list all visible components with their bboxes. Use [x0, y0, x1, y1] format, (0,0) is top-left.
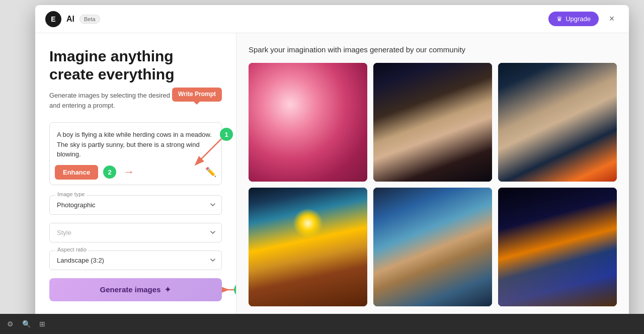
upgrade-button[interactable]: ♛ Upgrade — [548, 12, 599, 26]
gallery-item[interactable] — [249, 188, 367, 306]
step-3-indicator: 3 — [234, 283, 236, 296]
step-1-indicator: 1 — [220, 128, 233, 141]
write-prompt-tooltip: Write Prompt — [172, 88, 222, 102]
aspect-ratio-field: Aspect ratio Landscape (3:2) Portrait (2… — [49, 251, 222, 270]
gallery-item[interactable] — [498, 63, 617, 182]
gallery-title: Spark your imagination with images gener… — [249, 45, 617, 54]
sparkle-icon: ✦ — [165, 285, 171, 294]
prompt-input-box[interactable]: A boy is flying a kite while herding cow… — [49, 122, 222, 185]
style-select[interactable]: Style Realistic Abstract Vintage — [49, 223, 222, 242]
wand-icon: ✏️ — [205, 166, 216, 178]
zoom-icon[interactable]: 🔍 — [20, 318, 32, 330]
image-type-label: Image type — [55, 191, 87, 197]
beta-badge: Beta — [79, 15, 100, 24]
prompt-actions: Enhance 2 → ✏️ — [55, 165, 216, 180]
gallery-grid — [249, 63, 617, 306]
aspect-ratio-select[interactable]: Landscape (3:2) Portrait (2:3) Square (1… — [49, 251, 222, 270]
left-panel: Write Prompt Imagine anything create eve… — [35, 33, 236, 332]
gallery-item[interactable] — [498, 188, 617, 306]
gallery-item[interactable] — [373, 188, 492, 306]
prompt-text: A boy is flying a kite while herding cow… — [57, 130, 214, 159]
header-left: E AI Beta — [45, 11, 100, 27]
generate-button[interactable]: Generate images ✦ — [49, 278, 222, 301]
panel-title: Imagine anything create everything — [49, 47, 222, 84]
header-right: ♛ Upgrade × — [548, 12, 619, 26]
settings-icon[interactable]: ⚙ — [4, 318, 16, 330]
style-field: Style Realistic Abstract Vintage — [49, 223, 222, 242]
ai-label: AI — [66, 15, 74, 24]
ai-image-modal: E AI Beta ♛ Upgrade × Write Prompt Imagi… — [35, 5, 629, 332]
close-button[interactable]: × — [605, 12, 619, 26]
crown-icon: ♛ — [556, 15, 562, 23]
gallery-item[interactable] — [373, 63, 492, 182]
aspect-ratio-label: Aspect ratio — [55, 246, 89, 253]
modal-body: Write Prompt Imagine anything create eve… — [35, 33, 629, 332]
step-2-indicator: 2 — [103, 165, 116, 179]
modal-header: E AI Beta ♛ Upgrade × — [35, 5, 629, 33]
right-panel: Spark your imagination with images gener… — [236, 33, 629, 332]
logo-icon: E — [45, 11, 61, 27]
gallery-item[interactable] — [249, 63, 367, 182]
generate-button-wrap: Generate images ✦ 3 — [49, 278, 222, 301]
bottom-toolbar: ⚙ 🔍 ⊞ — [0, 314, 644, 334]
enhance-button[interactable]: Enhance — [55, 165, 98, 180]
grid-icon[interactable]: ⊞ — [36, 318, 48, 330]
arrow-enhance-icon: → — [123, 165, 134, 179]
image-type-select[interactable]: Photographic Digital Art Illustration Ci… — [49, 195, 222, 215]
image-type-field: Image type Photographic Digital Art Illu… — [49, 195, 222, 215]
